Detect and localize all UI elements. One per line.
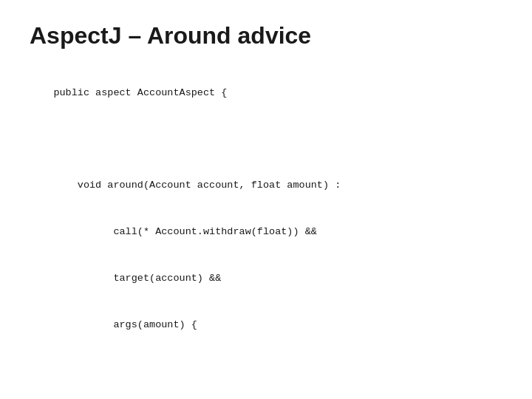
code-line-6: args(amount) { bbox=[53, 319, 197, 330]
code-block: public aspect AccountAspect { void aroun… bbox=[30, 70, 502, 399]
code-line-5: target(account) && bbox=[53, 273, 221, 284]
code-line-3: void around(Account account, float amoun… bbox=[53, 180, 341, 191]
slide-title: AspectJ – Around advice bbox=[30, 22, 502, 50]
slide-container: AspectJ – Around advice public aspect Ac… bbox=[0, 0, 532, 399]
code-line-2 bbox=[53, 134, 59, 145]
code-line-1: public aspect AccountAspect { bbox=[53, 87, 227, 98]
code-line-7 bbox=[53, 366, 59, 377]
code-line-4: call(* Account.withdraw(float)) && bbox=[53, 226, 316, 237]
